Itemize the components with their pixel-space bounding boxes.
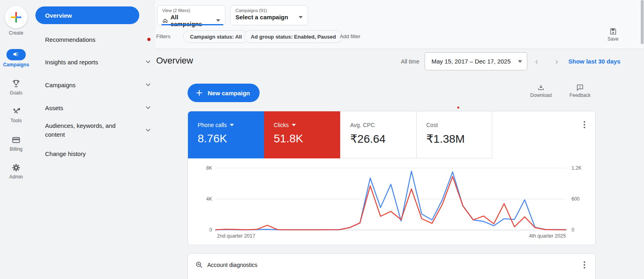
credit-card-icon xyxy=(11,135,21,145)
svg-text:0: 0 xyxy=(572,227,574,233)
stat-caret-icon xyxy=(230,124,234,126)
rail-label-create: Create xyxy=(0,30,32,36)
nav-item-insights-and-reports[interactable]: Insights and reports xyxy=(35,56,161,68)
chip-label: Ad group status: Enabled, Paused xyxy=(251,34,336,40)
chart-card-menu-button[interactable] xyxy=(584,121,585,129)
stat-cell-cost[interactable]: Cost ₹1.38M xyxy=(416,111,492,158)
left-rail: Create Campaigns Goals xyxy=(0,0,32,279)
feedback-button[interactable]: Feedback xyxy=(568,84,592,98)
show-last-30-days-link[interactable]: Show last 30 days xyxy=(568,58,620,65)
view-dropdown-label: View (2 filters) xyxy=(162,8,220,13)
nav-item-recommendations[interactable]: Recommendations xyxy=(35,34,161,45)
nav-item-change-history[interactable]: Change history xyxy=(35,148,161,159)
save-button[interactable]: Save xyxy=(603,27,623,42)
date-prev-button[interactable]: ‹ xyxy=(532,57,541,66)
view-dropdown[interactable]: View (2 filters) All campaigns xyxy=(157,5,225,25)
megaphone-icon xyxy=(12,51,20,58)
date-next-button[interactable]: › xyxy=(552,57,561,66)
svg-text:4th quarter 2025: 4th quarter 2025 xyxy=(529,233,566,239)
nav-label-overview: Overview xyxy=(45,12,72,19)
stat-value: ₹1.38M xyxy=(426,132,492,146)
rail-item-admin[interactable]: Admin xyxy=(0,163,32,180)
nav-label-assets: Assets xyxy=(45,105,63,111)
feedback-icon xyxy=(576,84,584,92)
nav-item-overview[interactable]: Overview xyxy=(35,6,139,24)
chevron-down-icon xyxy=(146,60,151,64)
rail-label-campaigns: Campaigns xyxy=(0,62,32,68)
svg-text:0: 0 xyxy=(209,227,212,233)
plus-icon xyxy=(196,89,203,96)
performance-line-chart: 8K1.2K4K600002nd quarter 20174th quarter… xyxy=(188,158,595,245)
rail-label-admin: Admin xyxy=(0,174,32,180)
rail-item-billing[interactable]: Billing xyxy=(0,135,32,152)
nav-item-audiences-keywords-content[interactable]: Audiences, keywords, and content xyxy=(35,121,161,140)
chevron-down-icon xyxy=(146,83,151,86)
nav-label-campaigns: Campaigns xyxy=(45,82,76,88)
rail-label-billing: Billing xyxy=(0,146,32,152)
nav-item-campaigns[interactable]: Campaigns xyxy=(35,79,161,90)
new-campaign-button[interactable]: New campaign xyxy=(188,84,260,102)
filter-chip-ad-group-status[interactable]: Ad group status: Enabled, Paused xyxy=(244,30,343,43)
add-filter-button[interactable]: Add filter xyxy=(340,33,360,39)
create-button[interactable] xyxy=(5,6,27,29)
dropdown-caret-icon xyxy=(299,16,303,18)
campaigns-rail-pill[interactable] xyxy=(6,49,26,60)
nav-item-assets[interactable]: Assets xyxy=(35,102,161,113)
diagnostics-menu-button[interactable] xyxy=(584,261,585,270)
red-dot-indicator xyxy=(457,107,459,109)
stat-caret-icon xyxy=(292,124,296,126)
svg-text:8K: 8K xyxy=(206,165,212,171)
trophy-icon xyxy=(11,79,21,88)
download-icon xyxy=(537,84,545,92)
nav-label-recommendations: Recommendations xyxy=(45,36,95,43)
nav-label-insights: Insights and reports xyxy=(45,59,98,66)
rail-item-create[interactable]: Create xyxy=(0,6,32,36)
rail-label-tools: Tools xyxy=(0,118,32,123)
rail-item-campaigns[interactable]: Campaigns xyxy=(0,49,32,68)
filters-label: Filters xyxy=(156,33,170,39)
rail-label-goals: Goals xyxy=(0,90,32,96)
account-diagnostics-card: Account diagnostics xyxy=(188,253,596,279)
save-icon xyxy=(609,27,617,35)
gear-icon xyxy=(11,163,21,172)
svg-text:600: 600 xyxy=(572,196,580,202)
topbar: View (2 filters) All campaigns Campaigns… xyxy=(155,0,644,49)
campaign-select-dropdown[interactable]: Campaigns (91) Select a campaign xyxy=(230,5,308,25)
date-range-value: May 15, 2017 – Dec 17, 2025 xyxy=(431,58,511,65)
rail-item-tools[interactable]: Tools xyxy=(0,107,32,123)
download-label: Download xyxy=(530,92,551,98)
rail-item-goals[interactable]: Goals xyxy=(0,79,32,96)
svg-text:2nd quarter 2017: 2nd quarter 2017 xyxy=(217,233,255,239)
new-campaign-label: New campaign xyxy=(208,90,250,96)
chevron-down-icon xyxy=(146,129,151,132)
overview-chart-card: Phone calls 8.76K Clicks 51.8K Avg. CPC … xyxy=(188,111,596,245)
chip-label: Campaign status: All xyxy=(190,34,242,40)
nav-menu: Overview Recommendations Insights and re… xyxy=(32,0,155,279)
date-range-selector[interactable]: May 15, 2017 – Dec 17, 2025 xyxy=(425,52,527,70)
stat-cell-clicks[interactable]: Clicks 51.8K xyxy=(264,111,340,158)
nav-label-audiences: Audiences, keywords, and content xyxy=(45,121,124,139)
vertical-scrollbar-thumb[interactable] xyxy=(641,0,644,44)
stat-value: ₹26.64 xyxy=(350,132,416,146)
view-active-underline xyxy=(161,24,223,25)
stat-label: Clicks xyxy=(274,122,289,128)
svg-text:4K: 4K xyxy=(206,196,212,202)
recommendations-badge-dot xyxy=(147,38,151,41)
stat-label: Avg. CPC xyxy=(350,122,375,128)
diagnostics-title: Account diagnostics xyxy=(207,262,584,268)
google-ads-app: Create Campaigns Goals xyxy=(0,0,644,279)
all-time-label: All time xyxy=(395,58,419,65)
download-button[interactable]: Download xyxy=(528,84,553,98)
save-label: Save xyxy=(607,36,618,42)
stat-cell-avg-cpc[interactable]: Avg. CPC ₹26.64 xyxy=(340,111,416,158)
stat-cell-phone-calls[interactable]: Phone calls 8.76K xyxy=(188,111,264,158)
stat-value: 51.8K xyxy=(274,132,340,145)
diagnostics-search-icon xyxy=(195,261,203,269)
feedback-label: Feedback xyxy=(570,92,591,98)
dropdown-caret-icon xyxy=(518,60,522,63)
google-plus-icon xyxy=(10,12,22,23)
stat-value: 8.76K xyxy=(198,132,264,145)
filter-chip-campaign-status[interactable]: Campaign status: All xyxy=(183,30,249,43)
campaign-select-value: Select a campaign xyxy=(235,14,288,21)
dropdown-caret-icon xyxy=(216,19,220,22)
